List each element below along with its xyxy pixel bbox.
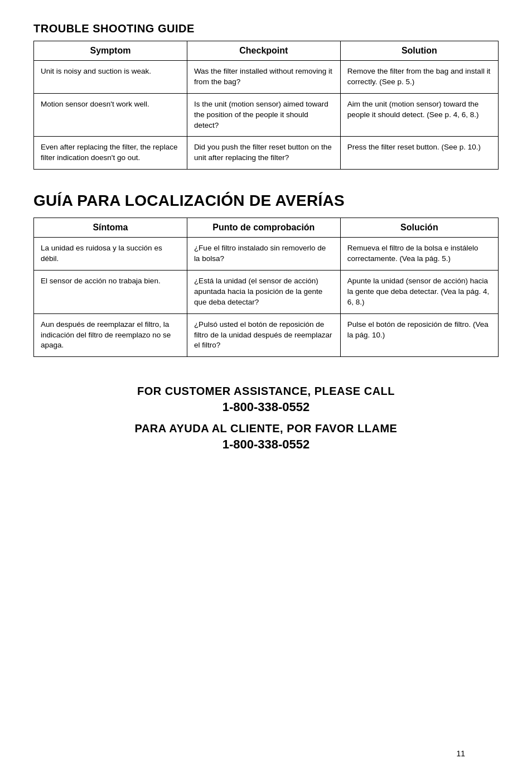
esp-cell-symptom: La unidad es ruidosa y la succión es déb… [34, 238, 187, 271]
spanish-table: Síntoma Punto de comprobación Solución L… [33, 218, 499, 357]
eng-cell-solution: Press the filter reset button. (See p. 1… [340, 137, 498, 170]
eng-cell-symptom: Unit is noisy and suction is weak. [34, 61, 187, 94]
esp-cell-checkpoint: ¿Fue el filtro instalado sin removerlo d… [187, 238, 340, 271]
assistance-english-label: FOR CUSTOMER ASSISTANCE, PLEASE CALL [33, 385, 499, 398]
esp-cell-symptom: Aun después de reemplazar el filtro, la … [34, 313, 187, 357]
eng-table-row: Even after replacing the filter, the rep… [34, 137, 499, 170]
esp-table-row: Aun después de reemplazar el filtro, la … [34, 313, 499, 357]
eng-table-row: Motion sensor doesn't work well.Is the u… [34, 93, 499, 137]
eng-cell-symptom: Motion sensor doesn't work well. [34, 93, 187, 137]
esp-col-sintoma: Síntoma [34, 218, 187, 238]
assistance-section: FOR CUSTOMER ASSISTANCE, PLEASE CALL 1-8… [33, 385, 499, 452]
english-table: Symptom Checkpoint Solution Unit is nois… [33, 41, 499, 170]
spanish-section: GUÍA PARA LOCALIZACIÓN DE AVERÍAS Síntom… [33, 192, 499, 357]
esp-cell-solution: Pulse el botón de reposición de filtro. … [340, 313, 498, 357]
esp-table-row: El sensor de acción no trabaja bien.¿Est… [34, 271, 499, 314]
esp-cell-symptom: El sensor de acción no trabaja bien. [34, 271, 187, 314]
esp-cell-solution: Apunte la unidad (sensor de acción) haci… [340, 271, 498, 314]
assistance-english-phone: 1-800-338-0552 [33, 400, 499, 414]
eng-cell-checkpoint: Did you push the filter reset button on … [187, 137, 340, 170]
eng-col-checkpoint: Checkpoint [187, 41, 340, 61]
esp-cell-checkpoint: ¿Está la unidad (el sensor de acción) ap… [187, 271, 340, 314]
eng-cell-checkpoint: Was the filter installed without removin… [187, 61, 340, 94]
eng-cell-checkpoint: Is the unit (motion sensor) aimed toward… [187, 93, 340, 137]
eng-cell-solution: Aim the unit (motion sensor) toward the … [340, 93, 498, 137]
eng-col-solution: Solution [340, 41, 498, 61]
english-title: TROUBLE SHOOTING GUIDE [33, 22, 499, 35]
english-section: TROUBLE SHOOTING GUIDE Symptom Checkpoin… [33, 22, 499, 170]
esp-col-punto: Punto de comprobación [187, 218, 340, 238]
assistance-spanish-phone: 1-800-338-0552 [33, 437, 499, 452]
esp-col-solucion: Solución [340, 218, 498, 238]
eng-cell-solution: Remove the filter from the bag and insta… [340, 61, 498, 94]
page-number: 11 [456, 749, 465, 758]
eng-cell-symptom: Even after replacing the filter, the rep… [34, 137, 187, 170]
esp-table-row: La unidad es ruidosa y la succión es déb… [34, 238, 499, 271]
esp-cell-checkpoint: ¿Pulsó usted el botón de reposición de f… [187, 313, 340, 357]
eng-col-symptom: Symptom [34, 41, 187, 61]
assistance-spanish-label: PARA AYUDA AL CLIENTE, POR FAVOR LLAME [33, 422, 499, 435]
esp-cell-solution: Remueva el filtro de la bolsa e instálel… [340, 238, 498, 271]
spanish-title: GUÍA PARA LOCALIZACIÓN DE AVERÍAS [33, 192, 499, 210]
eng-table-row: Unit is noisy and suction is weak.Was th… [34, 61, 499, 94]
